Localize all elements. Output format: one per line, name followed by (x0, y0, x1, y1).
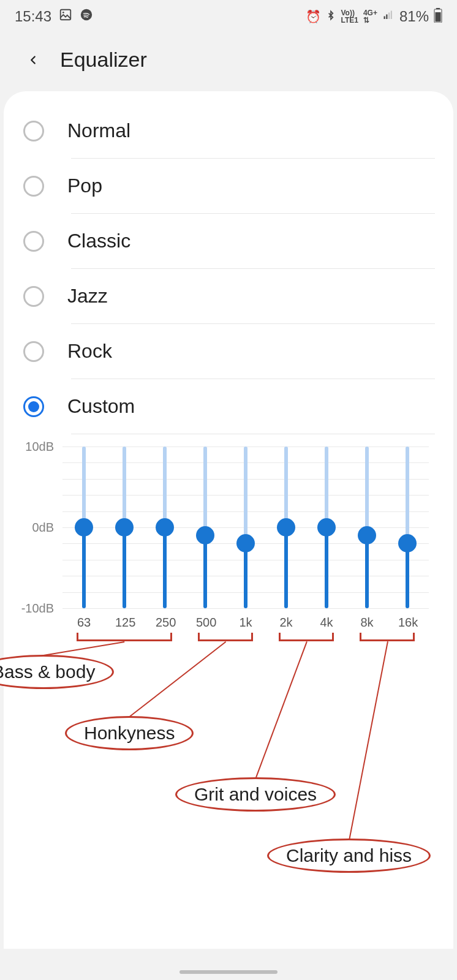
radio-custom[interactable] (23, 396, 44, 417)
annotation-bubble: Honkyness (65, 716, 194, 750)
eq-handle-500[interactable] (196, 526, 214, 545)
preset-option-classic[interactable]: Classic (4, 214, 453, 268)
eq-slider-125[interactable] (115, 447, 134, 608)
preset-option-jazz[interactable]: Jazz (4, 269, 453, 323)
home-indicator[interactable] (179, 970, 278, 974)
svg-rect-3 (383, 16, 385, 19)
preset-option-custom[interactable]: Custom (4, 379, 453, 434)
annotation-bubble: Grit and voices (175, 777, 336, 812)
page-title: Equalizer (60, 48, 147, 72)
battery-percent: 81% (399, 8, 429, 25)
eq-handle-2k[interactable] (277, 518, 295, 537)
battery-icon (434, 8, 442, 26)
eq-slider-1k[interactable] (236, 447, 255, 608)
annotation-bracket (279, 633, 334, 641)
annotation-leader (129, 641, 226, 717)
preset-option-pop[interactable]: Pop (4, 159, 453, 213)
x-axis-label: 125 (115, 616, 134, 630)
svg-rect-5 (388, 12, 390, 19)
svg-rect-4 (386, 14, 387, 19)
bluetooth-icon (326, 9, 336, 24)
eq-slider-500[interactable] (196, 447, 214, 608)
annotation-leader (43, 641, 124, 656)
spotify-icon (80, 8, 93, 25)
signal-icon (382, 10, 395, 24)
radio-jazz[interactable] (23, 286, 44, 307)
eq-slider-2k[interactable] (277, 447, 295, 608)
back-button[interactable] (25, 51, 42, 69)
x-axis-label: 500 (196, 616, 214, 630)
x-axis-label: 4k (317, 616, 336, 630)
preset-option-normal[interactable]: Normal (4, 104, 453, 158)
equalizer-chart: 10dB0dB-10dB 631252505001k2k4k8k16k Bass… (4, 434, 453, 630)
svg-rect-9 (436, 12, 441, 22)
x-axis-label: 2k (277, 616, 295, 630)
radio-classic[interactable] (23, 231, 44, 252)
radio-rock[interactable] (23, 341, 44, 362)
annotation-bracket (198, 633, 253, 641)
annotation-bubble: Clarity and hiss (267, 839, 431, 873)
preset-label: Rock (67, 340, 112, 363)
eq-slider-250[interactable] (156, 447, 174, 608)
status-bar: 15:43 ⏰ Vo))LTE1 4G+⇅ 81% (0, 0, 457, 31)
equalizer-card: NormalPopClassicJazzRockCustom 10dB0dB-1… (4, 91, 453, 949)
svg-point-2 (81, 9, 92, 20)
x-axis-label: 250 (156, 616, 174, 630)
eq-handle-4k[interactable] (317, 518, 336, 537)
annotation-bubble: Bass & body (0, 655, 114, 689)
header: Equalizer (0, 31, 457, 91)
annotation-bracket (360, 633, 415, 641)
svg-rect-0 (61, 10, 71, 20)
x-axis-label: 16k (398, 616, 417, 630)
annotation-leader (349, 641, 388, 839)
annotation-leader (255, 641, 308, 778)
volte-icon: Vo))LTE1 (341, 9, 358, 24)
eq-handle-16k[interactable] (398, 534, 417, 552)
radio-normal[interactable] (23, 121, 44, 141)
y-axis-label: -10dB (21, 601, 62, 616)
eq-slider-63[interactable] (75, 447, 93, 608)
preset-label: Normal (67, 119, 130, 142)
eq-handle-1k[interactable] (236, 534, 255, 552)
annotation-bracket (77, 633, 172, 641)
preset-label: Pop (67, 175, 102, 197)
preset-label: Jazz (67, 285, 108, 307)
y-axis-label: 0dB (32, 521, 62, 535)
svg-rect-6 (391, 10, 392, 19)
4g-icon: 4G+⇅ (363, 9, 377, 24)
svg-point-1 (62, 12, 64, 13)
eq-handle-250[interactable] (156, 518, 174, 537)
preset-option-rock[interactable]: Rock (4, 324, 453, 379)
clock: 15:43 (15, 8, 51, 25)
eq-handle-63[interactable] (75, 518, 93, 537)
alarm-icon: ⏰ (306, 9, 321, 24)
x-axis-label: 1k (236, 616, 255, 630)
gallery-icon (59, 8, 72, 25)
x-axis-label: 8k (358, 616, 376, 630)
eq-slider-4k[interactable] (317, 447, 336, 608)
preset-label: Custom (67, 395, 135, 418)
x-axis-label: 63 (75, 616, 93, 630)
radio-pop[interactable] (23, 176, 44, 197)
eq-slider-8k[interactable] (358, 447, 376, 608)
eq-handle-125[interactable] (115, 518, 134, 537)
eq-handle-8k[interactable] (358, 526, 376, 545)
y-axis-label: 10dB (25, 440, 62, 454)
eq-slider-16k[interactable] (398, 447, 417, 608)
preset-label: Classic (67, 230, 130, 252)
